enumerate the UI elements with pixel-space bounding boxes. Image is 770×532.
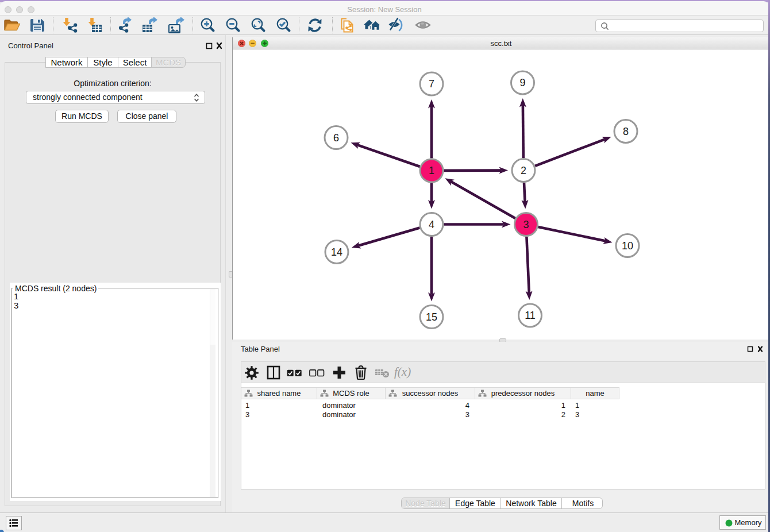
svg-text:6: 6 bbox=[333, 132, 339, 144]
svg-text:1: 1 bbox=[429, 165, 434, 176]
svg-text:3: 3 bbox=[523, 219, 529, 230]
svg-text:7: 7 bbox=[429, 78, 434, 90]
svg-text:2: 2 bbox=[521, 165, 526, 176]
svg-text:9: 9 bbox=[519, 77, 525, 88]
svg-text:8: 8 bbox=[623, 126, 629, 137]
svg-text:14: 14 bbox=[331, 246, 342, 258]
svg-text:11: 11 bbox=[525, 310, 536, 321]
svg-text:10: 10 bbox=[622, 240, 633, 252]
svg-text:4: 4 bbox=[429, 219, 434, 230]
svg-text:15: 15 bbox=[426, 311, 437, 323]
